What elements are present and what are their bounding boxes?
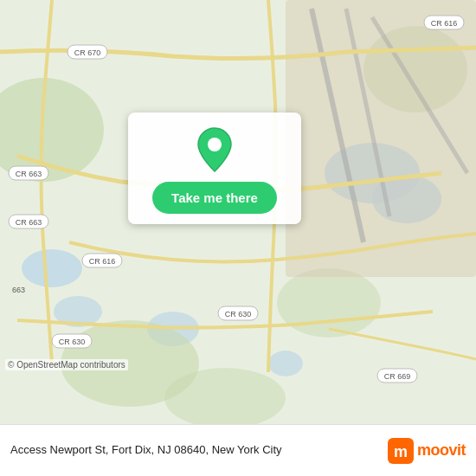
svg-text:CR 630: CR 630 — [225, 310, 252, 318]
moovit-m-icon: m — [388, 438, 414, 464]
take-me-there-button[interactable]: Take me there — [152, 182, 277, 214]
svg-text:CR 616: CR 616 — [431, 19, 458, 28]
svg-point-6 — [268, 351, 303, 376]
svg-point-10 — [277, 268, 381, 338]
svg-text:CR 663: CR 663 — [16, 170, 42, 178]
svg-text:CR 616: CR 616 — [89, 257, 116, 266]
map-area: CR 616 CR 670 CR 663 CR 663 CR 616 CR 63… — [0, 0, 476, 424]
moovit-logo: m moovit — [388, 438, 466, 464]
svg-text:m: m — [394, 443, 408, 460]
svg-text:CR 670: CR 670 — [74, 48, 101, 57]
location-pin-icon — [196, 126, 234, 173]
svg-text:CR 669: CR 669 — [384, 372, 411, 381]
location-popup: Take me there — [128, 113, 301, 224]
moovit-text: moovit — [417, 441, 466, 460]
bottom-bar: Access Newport St, Fort Dix, NJ 08640, N… — [0, 424, 476, 476]
svg-text:663: 663 — [12, 286, 25, 294]
svg-text:CR 663: CR 663 — [16, 218, 42, 227]
osm-credit: © OpenStreetMap contributors — [5, 359, 128, 370]
svg-point-33 — [208, 138, 222, 151]
svg-point-3 — [22, 249, 82, 287]
svg-text:CR 630: CR 630 — [59, 338, 86, 346]
address-text: Access Newport St, Fort Dix, NJ 08640, N… — [10, 443, 388, 458]
